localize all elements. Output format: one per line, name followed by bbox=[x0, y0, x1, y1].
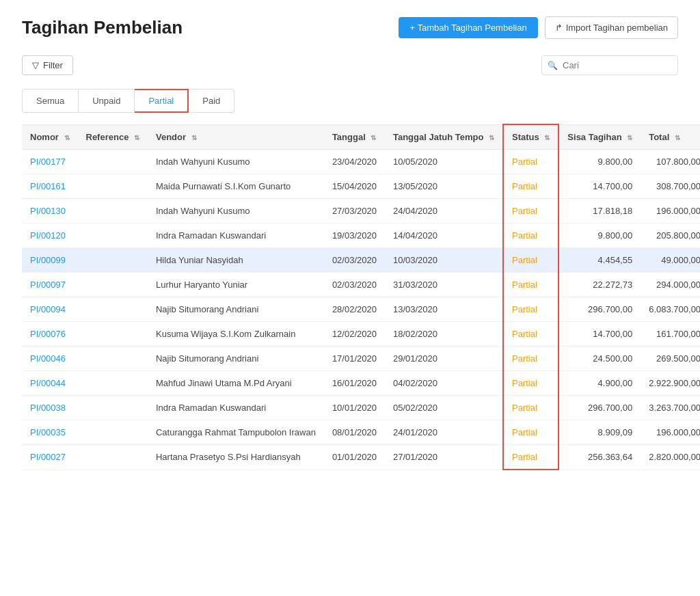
status-badge: Partial bbox=[512, 230, 537, 241]
tab-paid[interactable]: Paid bbox=[189, 89, 234, 113]
status-badge: Partial bbox=[512, 403, 537, 413]
filter-icon: ▽ bbox=[32, 60, 39, 70]
sort-icon: ⇅ bbox=[134, 134, 139, 141]
filter-button[interactable]: ▽ Filter bbox=[22, 55, 73, 75]
sort-icon: ⇅ bbox=[544, 134, 550, 141]
sort-icon: ⇅ bbox=[64, 134, 70, 141]
sort-icon: ⇅ bbox=[371, 134, 376, 141]
status-badge: Partial bbox=[512, 329, 537, 339]
status-badge: Partial bbox=[512, 181, 537, 191]
import-tagihan-button[interactable]: ↱ Import Tagihan pembelian bbox=[545, 16, 678, 39]
search-icon: 🔍 bbox=[548, 61, 558, 70]
status-badge: Partial bbox=[512, 353, 537, 364]
table-row[interactable]: PI/00038Indra Ramadan Kuswandari10/01/20… bbox=[22, 396, 700, 420]
table-row[interactable]: PI/00120Indra Ramadan Kuswandari19/03/20… bbox=[22, 224, 700, 248]
status-badge: Partial bbox=[512, 255, 537, 265]
table-row[interactable]: PI/00044Mahfud Jinawi Utama M.Pd Aryani1… bbox=[22, 371, 700, 396]
add-tagihan-button[interactable]: + Tambah Tagihan Pembelian bbox=[399, 17, 537, 38]
import-icon: ↱ bbox=[555, 23, 563, 33]
search-wrapper: 🔍 bbox=[541, 55, 678, 75]
table-row[interactable]: PI/00076Kusuma Wijaya S.I.Kom Zulkarnain… bbox=[22, 322, 700, 347]
table-row[interactable]: PI/00130Indah Wahyuni Kusumo27/03/202024… bbox=[22, 199, 700, 224]
sort-icon: ⇅ bbox=[627, 134, 632, 141]
col-header-status: Status ⇅ bbox=[503, 124, 558, 150]
table-row[interactable]: PI/00046Najib Situmorang Andriani17/01/2… bbox=[22, 347, 700, 371]
status-badge: Partial bbox=[512, 157, 537, 167]
search-input[interactable] bbox=[541, 55, 678, 75]
table-row[interactable]: PI/00161Maida Purnawati S.I.Kom Gunarto1… bbox=[22, 174, 700, 199]
data-table: Nomor ⇅Reference ⇅Vendor ⇅Tanggal ⇅Tangg… bbox=[22, 124, 700, 470]
tab-partial[interactable]: Partial bbox=[135, 89, 189, 113]
toolbar: ▽ Filter 🔍 bbox=[22, 55, 678, 75]
status-badge: Partial bbox=[512, 304, 537, 314]
status-badge: Partial bbox=[512, 206, 537, 216]
status-badge: Partial bbox=[512, 280, 537, 290]
table-row[interactable]: PI/00099Hilda Yuniar Nasyidah02/03/20201… bbox=[22, 248, 700, 273]
table-row[interactable]: PI/00177Indah Wahyuni Kusumo23/04/202010… bbox=[22, 150, 700, 174]
sort-icon: ⇅ bbox=[489, 134, 494, 141]
table-row[interactable]: PI/00097Lurhur Haryanto Yuniar02/03/2020… bbox=[22, 273, 700, 297]
col-header-reference: Reference ⇅ bbox=[78, 124, 148, 150]
tab-unpaid[interactable]: Unpaid bbox=[79, 89, 135, 113]
col-header-nomor: Nomor ⇅ bbox=[22, 124, 78, 150]
col-header-tanggal_jatuh_tempo: Tanggal Jatuh Tempo ⇅ bbox=[385, 124, 503, 150]
status-badge: Partial bbox=[512, 378, 537, 388]
tab-semua[interactable]: Semua bbox=[22, 89, 79, 113]
status-badge: Partial bbox=[512, 427, 537, 437]
table-row[interactable]: PI/00035Caturangga Rahmat Tampubolon Ira… bbox=[22, 420, 700, 445]
page-title: Tagihan Pembelian bbox=[22, 17, 183, 38]
col-header-vendor: Vendor ⇅ bbox=[148, 124, 324, 150]
status-badge: Partial bbox=[512, 452, 537, 462]
sort-icon: ⇅ bbox=[675, 134, 680, 141]
col-header-sisa_tagihan: Sisa Tagihan ⇅ bbox=[558, 124, 641, 150]
header-actions: + Tambah Tagihan Pembelian ↱ Import Tagi… bbox=[399, 16, 678, 39]
table-row[interactable]: PI/00027Hartana Prasetyo S.Psi Hardiansy… bbox=[22, 445, 700, 470]
col-header-tanggal: Tanggal ⇅ bbox=[324, 124, 385, 150]
col-header-total: Total ⇅ bbox=[641, 124, 700, 150]
sort-icon: ⇅ bbox=[191, 134, 197, 141]
tabs: SemuaUnpaidPartialPaid bbox=[22, 89, 678, 113]
table-row[interactable]: PI/00094Najib Situmorang Andriani28/02/2… bbox=[22, 297, 700, 322]
